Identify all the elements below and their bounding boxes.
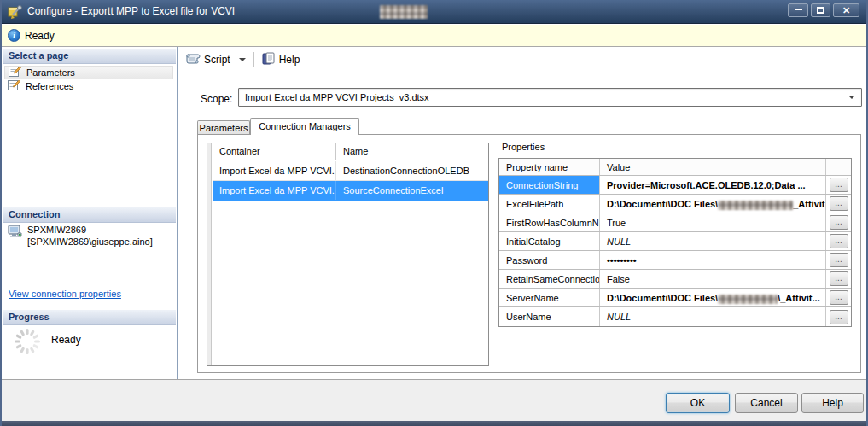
sidebar-item-label: References bbox=[26, 81, 73, 91]
browse-button[interactable]: ... bbox=[830, 178, 848, 192]
property-name-cell: ExcelFilePath bbox=[499, 195, 600, 213]
property-row-servername[interactable]: ServerName D:\Documenti\DOC Files\\_Atti… bbox=[499, 289, 851, 307]
toolbar: Script Help bbox=[178, 47, 868, 73]
property-value-cell[interactable]: D:\Documenti\DOC Files\_Attivit... bbox=[600, 195, 826, 213]
redaction-blur bbox=[718, 201, 793, 210]
tab-parameters[interactable]: Parameters bbox=[197, 120, 250, 134]
column-header-name: Name bbox=[336, 143, 488, 160]
browse-button[interactable]: ... bbox=[830, 271, 848, 286]
grid-row-header-strip bbox=[207, 143, 212, 365]
minimize-button[interactable] bbox=[788, 3, 808, 17]
column-header-value: Value bbox=[600, 159, 826, 175]
property-value-cell[interactable]: ••••••••• bbox=[600, 251, 826, 269]
progress-status: Ready bbox=[51, 334, 81, 346]
help-button[interactable]: Help bbox=[801, 393, 864, 413]
ok-button[interactable]: OK bbox=[666, 393, 730, 413]
redaction-blur bbox=[718, 295, 778, 304]
connection-managers-grid: Container Name Import Excel da MPP VCVI.… bbox=[207, 143, 489, 366]
container-cell: Import Excel da MPP VCVI... bbox=[213, 161, 336, 180]
property-name-cell: ServerName bbox=[499, 289, 600, 306]
column-header-property-name: Property name bbox=[499, 159, 600, 175]
browse-button[interactable]: ... bbox=[830, 215, 848, 230]
window-controls: ✕ bbox=[788, 3, 859, 17]
page-icon bbox=[8, 79, 20, 93]
property-row-firstrowhascolumnname[interactable]: FirstRowHasColumnN... True ... bbox=[499, 213, 851, 232]
property-name-cell: RetainSameConnection bbox=[499, 270, 600, 288]
maximize-button[interactable] bbox=[811, 3, 830, 17]
property-row-username[interactable]: UserName NULL ... bbox=[499, 307, 851, 326]
column-header-browse bbox=[826, 159, 851, 175]
property-value-cell[interactable]: NULL bbox=[600, 232, 826, 250]
property-value-cell[interactable]: False bbox=[600, 270, 826, 288]
property-name-cell: ConnectionString bbox=[499, 176, 600, 194]
footer: OK Cancel Help bbox=[2, 379, 866, 421]
progress-header: Progress bbox=[3, 310, 176, 325]
connection-header: Connection bbox=[3, 207, 176, 223]
connection-managers-tabpage: Container Name Import Excel da MPP VCVI.… bbox=[197, 134, 861, 373]
status-bar: i Ready bbox=[2, 25, 866, 47]
maximize-icon bbox=[817, 7, 824, 14]
properties-header-row: Property name Value bbox=[499, 159, 851, 176]
browse-button[interactable]: ... bbox=[830, 253, 848, 267]
browse-button[interactable]: ... bbox=[830, 290, 848, 305]
toolbar-separator bbox=[253, 52, 254, 67]
scope-value: Import Excel da MPP VCVI Projects_v3.dts… bbox=[245, 92, 429, 102]
property-name-cell: InitialCatalog bbox=[499, 232, 600, 250]
name-cell: SourceConnectionExcel bbox=[336, 181, 488, 200]
container-cell: Import Excel da MPP VCVI... bbox=[213, 181, 336, 200]
property-name-cell: FirstRowHasColumnN... bbox=[499, 213, 600, 231]
sidebar-item-parameters[interactable]: Parameters bbox=[4, 66, 173, 79]
connection-server: SPXMIW2869 [SPXMIW2869\giuseppe.aino] bbox=[27, 224, 153, 248]
browse-button[interactable]: ... bbox=[830, 310, 848, 324]
grid-header-row: Container Name bbox=[213, 143, 488, 160]
minimize-icon bbox=[795, 8, 802, 10]
help-toolbar-label: Help bbox=[279, 54, 300, 66]
scope-dropdown[interactable]: Import Excel da MPP VCVI Projects_v3.dts… bbox=[238, 88, 862, 107]
browse-button[interactable]: ... bbox=[830, 234, 848, 248]
property-row-initialcatalog[interactable]: InitialCatalog NULL ... bbox=[499, 232, 851, 251]
property-name-cell: Password bbox=[499, 251, 600, 269]
redaction-blur bbox=[380, 5, 428, 19]
page-icon bbox=[9, 66, 21, 79]
scope-label: Scope: bbox=[201, 93, 232, 105]
name-cell: DestinationConnectionOLEDB bbox=[336, 161, 488, 180]
title-bar: Configure - Exportt MPP to Excel file fo… bbox=[2, 0, 866, 24]
view-connection-properties-link[interactable]: View connection properties bbox=[9, 289, 121, 299]
property-value-cell[interactable]: D:\Documenti\DOC Files\\_Attivit... bbox=[600, 289, 826, 306]
info-icon: i bbox=[8, 29, 20, 42]
chevron-down-icon bbox=[239, 58, 246, 61]
table-row-selected[interactable]: Import Excel da MPP VCVI... SourceConnec… bbox=[213, 181, 488, 201]
script-icon bbox=[185, 52, 201, 67]
chevron-down-icon bbox=[848, 96, 855, 99]
server-account: [SPXMIW2869\giuseppe.aino] bbox=[27, 236, 153, 248]
property-value-cell[interactable]: NULL bbox=[600, 307, 826, 326]
help-icon bbox=[262, 52, 276, 68]
cancel-button[interactable]: Cancel bbox=[735, 393, 798, 413]
server-name: SPXMIW2869 bbox=[27, 224, 153, 236]
property-row-excelfilepath[interactable]: ExcelFilePath D:\Documenti\DOC Files\_At… bbox=[499, 195, 851, 213]
close-button[interactable]: ✕ bbox=[833, 3, 859, 17]
property-value-cell[interactable]: True bbox=[600, 213, 826, 231]
column-header-container: Container bbox=[213, 143, 336, 160]
property-row-connectionstring[interactable]: ConnectionString Provider=Microsoft.ACE.… bbox=[499, 176, 851, 195]
progress-spinner-icon bbox=[13, 327, 42, 359]
property-name-cell: UserName bbox=[499, 307, 600, 326]
sidebar-item-references[interactable]: References bbox=[4, 79, 173, 93]
configure-dialog: Configure - Exportt MPP to Excel file fo… bbox=[0, 0, 868, 426]
property-value-cell[interactable]: Provider=Microsoft.ACE.OLEDB.12.0;Data .… bbox=[600, 176, 826, 194]
window-title: Configure - Exportt MPP to Excel file fo… bbox=[27, 5, 235, 17]
property-row-retainsameconnection[interactable]: RetainSameConnection False ... bbox=[499, 270, 851, 289]
window-bottom-border bbox=[2, 421, 866, 426]
script-label: Script bbox=[204, 54, 230, 66]
sidebar: Select a page Parameters References bbox=[2, 47, 178, 379]
select-a-page-header: Select a page bbox=[3, 49, 176, 64]
table-row[interactable]: Import Excel da MPP VCVI... DestinationC… bbox=[213, 161, 488, 181]
property-row-password[interactable]: Password ••••••••• ... bbox=[499, 251, 851, 270]
close-icon: ✕ bbox=[842, 6, 850, 15]
sidebar-item-label: Parameters bbox=[26, 67, 75, 78]
script-button[interactable]: Script bbox=[182, 50, 249, 69]
help-toolbar-button[interactable]: Help bbox=[259, 50, 304, 70]
status-text: Ready bbox=[25, 30, 55, 42]
tab-connection-managers[interactable]: Connection Managers bbox=[250, 118, 359, 135]
browse-button[interactable]: ... bbox=[830, 196, 848, 211]
